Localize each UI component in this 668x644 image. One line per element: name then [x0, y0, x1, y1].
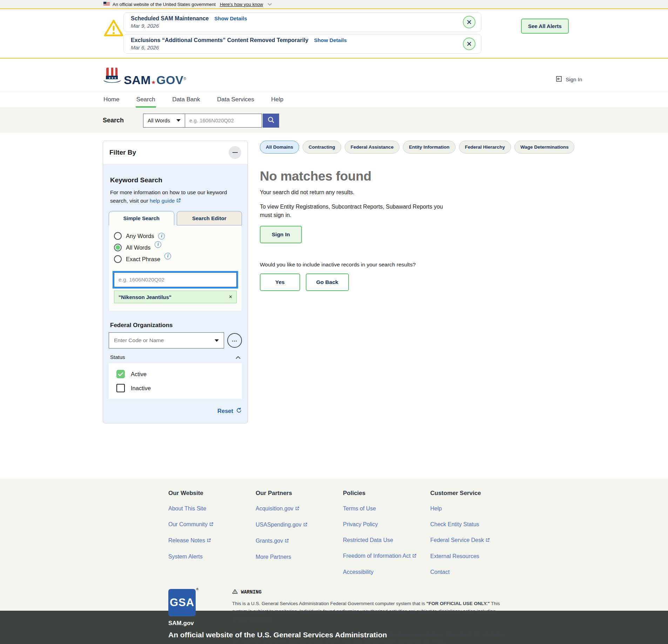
alerts-section: Scheduled SAM Maintenance Show Details M…	[0, 9, 668, 59]
status-section-header[interactable]: Status	[110, 354, 241, 360]
domain-federal-assistance[interactable]: Federal Assistance	[345, 141, 400, 154]
footer-link-terms-of-use[interactable]: Terms of Use	[343, 506, 430, 512]
footer-link-release-notes[interactable]: Release Notes	[168, 537, 256, 544]
domain-entity-information[interactable]: Entity Information	[403, 141, 456, 154]
footer-link-check-entity-status[interactable]: Check Entity Status	[430, 521, 518, 528]
footer-link-about-this-site[interactable]: About This Site	[168, 506, 256, 512]
yes-button[interactable]: Yes	[260, 273, 300, 291]
keyword-chip: "Nikenson Jeantilus" ×	[114, 291, 237, 303]
magnifier-icon	[267, 116, 275, 125]
nav-item-data-services[interactable]: Data Services	[216, 92, 255, 108]
collapse-filters-button[interactable]	[229, 146, 241, 159]
checkbox-unchecked-icon	[116, 384, 125, 392]
see-all-alerts-button[interactable]: See All Alerts	[521, 19, 569, 34]
info-icon[interactable]: i	[155, 241, 161, 248]
footer-link-contact[interactable]: Contact	[430, 569, 518, 575]
info-icon[interactable]: i	[164, 253, 171, 259]
alert-date: Mar 9, 2026	[131, 23, 457, 29]
results-area: All Domains Contracting Federal Assistan…	[260, 141, 546, 291]
keyword-search-heading: Keyword Search	[110, 176, 242, 184]
gsa-logo: GSA ®	[168, 589, 196, 616]
keyword-tabs: Simple Search Search Editor	[109, 211, 242, 225]
simple-search-panel: Any Words i All Words i Exact Phrase i "…	[109, 225, 242, 311]
search-mode-select[interactable]: All Words	[143, 114, 185, 128]
sign-in-button[interactable]: Sign In	[260, 226, 302, 243]
domain-tabs: All Domains Contracting Federal Assistan…	[260, 141, 546, 154]
external-link-icon	[284, 538, 289, 544]
footer-link-our-community[interactable]: Our Community	[168, 521, 256, 528]
footer-link-system-alerts[interactable]: System Alerts	[168, 554, 256, 560]
checkbox-active[interactable]: Active	[116, 370, 234, 378]
footer-link-federal-service-desk[interactable]: Federal Service Desk	[430, 537, 518, 544]
footer-heading: Customer Service	[430, 490, 518, 497]
keyword-info-text: For more information on how to use our k…	[110, 188, 236, 205]
sam-gov-logo[interactable]: ★ ★ ★ SAM★GOV®	[103, 63, 668, 86]
keyword-input[interactable]	[114, 272, 237, 287]
close-icon	[467, 20, 472, 25]
more-options-button[interactable]: ...	[227, 333, 242, 348]
domain-wage-determinations[interactable]: Wage Determinations	[514, 141, 575, 154]
us-flag-icon	[103, 2, 110, 7]
footer-link-acquisition-gov[interactable]: Acquisition.gov	[256, 506, 343, 512]
gov-banner: An official website of the United States…	[0, 0, 668, 9]
go-back-button[interactable]: Go Back	[306, 273, 349, 291]
footer-link-more-partners[interactable]: More Partners	[256, 554, 343, 560]
caret-down-icon	[215, 339, 219, 342]
footer-link-usaspending-gov[interactable]: USASpending.gov	[256, 522, 343, 528]
footer-link-foia[interactable]: Freedom of Information Act	[343, 553, 430, 560]
external-link-icon	[412, 553, 417, 560]
warning-icon	[232, 589, 238, 595]
checkbox-inactive[interactable]: Inactive	[116, 384, 234, 392]
nav-item-data-bank[interactable]: Data Bank	[171, 92, 201, 108]
show-details-link[interactable]: Show Details	[214, 15, 247, 21]
inactive-records-question: Would you like to include inactive recor…	[260, 262, 546, 268]
sign-in-link[interactable]: Sign In	[555, 75, 582, 83]
chip-remove-icon[interactable]: ×	[229, 294, 232, 300]
search-label: Search	[103, 117, 143, 124]
help-guide-link[interactable]: help guide	[150, 198, 175, 204]
footer-heading: Our Website	[168, 490, 256, 497]
warning-paragraph-1: This is a U.S. General Services Administ…	[232, 600, 513, 623]
nav-item-search[interactable]: Search	[136, 92, 156, 108]
svg-text:★: ★	[114, 76, 116, 80]
alert-close-button[interactable]	[463, 38, 475, 50]
footer-link-help[interactable]: Help	[430, 506, 518, 512]
footer-column-customer-service: Customer Service Help Check Entity Statu…	[430, 490, 518, 585]
show-details-link[interactable]: Show Details	[314, 37, 346, 43]
federal-org-select[interactable]: Enter Code or Name	[109, 332, 224, 348]
alert-exclusions: Exclusions “Additional Comments” Content…	[123, 34, 481, 54]
external-link-icon	[176, 197, 181, 205]
search-button[interactable]	[263, 114, 279, 128]
search-input[interactable]	[185, 114, 262, 128]
banner-text: An official website of the United States…	[113, 2, 216, 7]
domain-federal-hierarchy[interactable]: Federal Hierarchy	[459, 141, 511, 154]
alert-close-button[interactable]	[463, 16, 475, 28]
nav-item-help[interactable]: Help	[270, 92, 284, 108]
alert-date: Mar 6, 2026	[131, 45, 457, 50]
footer-link-accessibility[interactable]: Accessibility	[343, 569, 430, 575]
radio-selected-icon	[114, 244, 122, 251]
alert-maintenance: Scheduled SAM Maintenance Show Details M…	[123, 12, 481, 32]
domain-all-domains[interactable]: All Domains	[260, 141, 299, 154]
radio-all-words[interactable]: All Words i	[114, 244, 237, 251]
footer-link-privacy-policy[interactable]: Privacy Policy	[343, 521, 430, 528]
radio-any-words[interactable]: Any Words i	[114, 232, 237, 240]
nav-item-home[interactable]: Home	[103, 92, 120, 108]
external-link-icon	[485, 537, 490, 544]
footer-link-restricted-data-use[interactable]: Restricted Data Use	[343, 537, 430, 543]
reset-filters-link[interactable]: Reset	[217, 407, 242, 415]
radio-exact-phrase[interactable]: Exact Phrase i	[114, 255, 237, 263]
footer-column-policies: Policies Terms of Use Privacy Policy Res…	[343, 490, 430, 585]
main-nav: Home Search Data Bank Data Services Help	[0, 91, 668, 108]
info-icon[interactable]: i	[158, 233, 165, 239]
heres-how-you-know-link[interactable]: Here's how you know	[220, 2, 263, 7]
footer-link-grants-gov[interactable]: Grants.gov	[256, 538, 343, 544]
domain-contracting[interactable]: Contracting	[303, 141, 341, 154]
sign-in-required-message: To view Entity Registrations, Subcontrac…	[260, 203, 456, 219]
footer-link-external-resources[interactable]: External Resources	[430, 553, 518, 560]
tab-simple-search[interactable]: Simple Search	[109, 211, 174, 225]
svg-text:★: ★	[108, 76, 111, 80]
search-band: Search All Words	[0, 108, 668, 133]
radio-icon	[114, 232, 122, 240]
tab-search-editor[interactable]: Search Editor	[177, 211, 242, 225]
